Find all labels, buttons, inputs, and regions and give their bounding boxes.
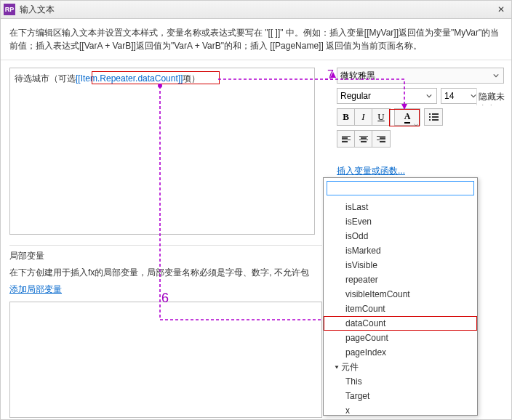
close-button[interactable]: ✕: [494, 2, 508, 17]
align-center-icon: [359, 136, 368, 142]
autocomplete-search-input[interactable]: [327, 181, 474, 195]
tree-item[interactable]: itemCount: [324, 302, 477, 316]
editor-text-prefix: 待选城市（可选: [15, 73, 76, 84]
tree-item[interactable]: isLast: [324, 200, 477, 214]
font-size-value: 14: [444, 91, 454, 101]
chevron-down-icon: [424, 91, 434, 101]
instructions-text: 在下方编辑区输入文本并设置文本样式，变量名称或表达式要写在 "[[ ]]" 中。…: [1, 19, 511, 60]
dialog-title: 输入文本: [20, 4, 55, 16]
tree-item[interactable]: dataCount: [324, 316, 477, 331]
align-left-button[interactable]: [337, 131, 355, 147]
tree-item[interactable]: This: [324, 374, 477, 389]
align-right-icon: [377, 136, 385, 142]
font-family-value: 微软雅黑: [340, 70, 375, 82]
bullet-list-icon: [429, 113, 439, 121]
font-family-select[interactable]: 微软雅黑: [337, 68, 504, 84]
bullet-list-button[interactable]: [425, 109, 442, 125]
align-right-button[interactable]: [372, 131, 390, 147]
insert-variable-link[interactable]: 插入变量或函数...: [337, 165, 405, 177]
tree-item[interactable]: pageIndex: [324, 345, 477, 360]
text-editor[interactable]: 待选城市（可选[[Item.Repeater.dataCount]]项）: [9, 68, 315, 235]
tree-item[interactable]: pageCount: [324, 331, 477, 345]
underline-button[interactable]: U: [372, 109, 390, 125]
bullet-group: [424, 108, 443, 126]
autocomplete-tree[interactable]: isLastisEvenisOddisMarkedisVisiblerepeat…: [324, 198, 477, 413]
font-weight-select[interactable]: Regular: [337, 88, 437, 104]
align-left-icon: [342, 136, 351, 142]
text-color-button[interactable]: A: [395, 109, 420, 125]
title-bar[interactable]: RP 输入文本 ✕: [1, 1, 511, 19]
text-style-group: B I U: [337, 108, 391, 126]
align-group: [337, 130, 391, 148]
tree-item[interactable]: isVisible: [324, 258, 477, 272]
tree-item[interactable]: isOdd: [324, 229, 477, 243]
side-hidden-label: 隐藏未命名: [476, 88, 511, 105]
font-size-select[interactable]: 14: [441, 88, 481, 104]
chevron-down-icon: [491, 70, 501, 81]
italic-button[interactable]: I: [355, 109, 372, 125]
local-variables-header: 局部变量: [9, 245, 322, 262]
local-variables-section: 局部变量 在下方创建用于插入fx的局部变量，局部变量名称必须是字母、数字, 不允…: [9, 245, 322, 418]
tree-item[interactable]: x: [324, 403, 477, 413]
tree-item[interactable]: repeater: [324, 272, 477, 287]
tree-item[interactable]: visibleItemCount: [324, 287, 477, 302]
tree-item[interactable]: Target: [324, 389, 477, 403]
local-variables-desc: 在下方创建用于插入fx的局部变量，局部变量名称必须是字母、数字, 不允许包: [9, 267, 322, 279]
editor-expression: [[Item.Repeater.dataCount]]: [76, 73, 183, 84]
chevron-down-icon: [414, 119, 418, 124]
bold-button[interactable]: B: [337, 109, 355, 125]
align-center-button[interactable]: [355, 131, 372, 147]
tree-item[interactable]: isEven: [324, 214, 477, 229]
tree-category[interactable]: 元件: [324, 360, 477, 374]
editor-pane: 待选城市（可选[[Item.Repeater.dataCount]]项）: [1, 60, 337, 235]
font-weight-value: Regular: [340, 91, 371, 101]
autocomplete-dropdown: isLastisEvenisOddisMarkedisVisiblerepeat…: [323, 177, 478, 416]
triangle-down-icon: [334, 360, 340, 366]
tree-item[interactable]: isMarked: [324, 243, 477, 258]
text-color-group: A: [394, 108, 420, 126]
add-local-variable-link[interactable]: 添加局部变量: [9, 284, 62, 294]
editor-text-suffix: 项）: [183, 73, 200, 84]
app-icon: RP: [4, 4, 15, 15]
local-variables-list[interactable]: [9, 302, 322, 418]
